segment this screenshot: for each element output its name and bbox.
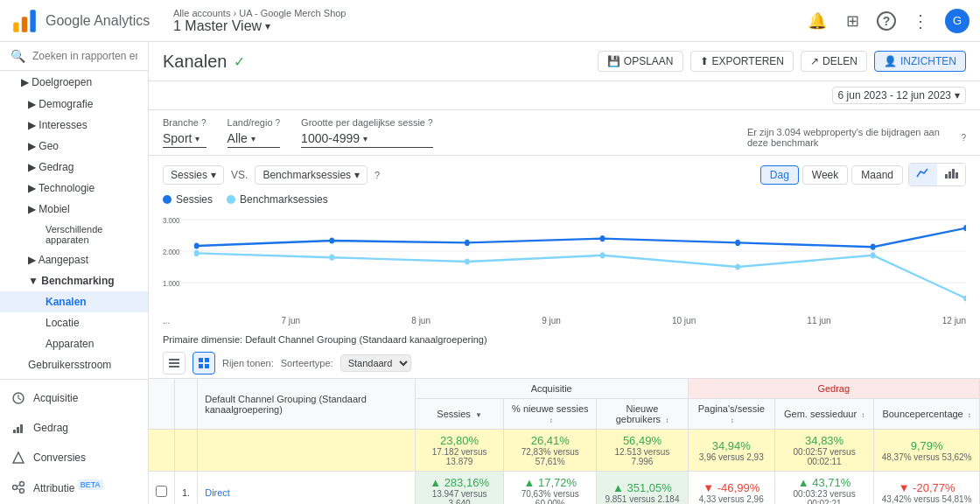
data-table: Default Channel Grouping (Standaard kana…	[149, 379, 980, 504]
date-range-selector[interactable]: 6 jun 2023 - 12 jun 2023 ▾	[832, 87, 966, 104]
more-options-icon[interactable]: ⋮	[910, 10, 931, 32]
grootte-label: Grootte per dagelijkse sessie ?	[301, 117, 432, 128]
land-help-icon[interactable]: ?	[276, 118, 281, 128]
sessies-header[interactable]: Sessies ▼	[415, 399, 503, 430]
app-title: Google Analytics	[46, 13, 150, 29]
insights-label: INZICHTEN	[900, 55, 956, 67]
bar-chart-button[interactable]	[937, 164, 965, 186]
summary-sessies-vs: 17.182 versus 13.879	[423, 447, 496, 466]
row-paginas: ▼ -46,99% 4,33 versus 2,96	[688, 472, 775, 505]
grootte-selector[interactable]: 1000-4999 ▾	[301, 131, 432, 148]
search-input[interactable]	[32, 50, 137, 62]
sidebar-item-locatie[interactable]: Locatie	[0, 312, 148, 333]
time-btn-dag[interactable]: Dag	[760, 165, 799, 185]
sidebar-item-interesses[interactable]: ▶ Interesses	[0, 115, 148, 136]
grootte-help-icon[interactable]: ?	[428, 118, 433, 128]
svg-point-27	[329, 237, 334, 243]
sidebar-item-gebruikersstroom[interactable]: Gebruikersstroom	[0, 354, 148, 375]
primary-dim-value: Default Channel Grouping (Standaard kana…	[245, 334, 486, 345]
summary-row: 23,80% 17.182 versus 13.879 26,41% 72,83…	[149, 430, 980, 472]
nieuwe-gebruikers-header[interactable]: Nieuwe gebruikers ↕	[597, 399, 688, 430]
legend-sessies: Sessies	[163, 193, 213, 206]
gedrag-group-header: Gedrag	[688, 379, 979, 399]
x-label-3: 9 jun	[542, 316, 561, 326]
paginas-header[interactable]: Pagina's/sessie ↕	[688, 399, 775, 430]
summary-paginas: 34,94% 3,96 versus 2,93	[688, 430, 775, 472]
search-icon: 🔍	[10, 49, 25, 63]
bounce-header[interactable]: Bouncepercentage ↕	[874, 399, 980, 430]
metric2-selector[interactable]: Benchmarksessies ▾	[255, 165, 368, 185]
share-button[interactable]: ↗ DELEN	[801, 51, 867, 72]
svg-rect-46	[205, 364, 209, 368]
sidebar-item-demografie[interactable]: ▶ Demografie	[0, 94, 148, 115]
help-icon[interactable]: ?	[877, 11, 896, 31]
sidebar-item-gedrag[interactable]: ▶ Gedrag	[0, 157, 148, 178]
sidebar-item-acquisitie[interactable]: Acquisitie	[0, 383, 148, 413]
nieuwe-sessies-header[interactable]: % nieuwe sessies ↕	[504, 399, 597, 430]
main-layout: 🔍 ▶ Doelgroepen ▶ Demografie ▶ Interesse…	[0, 42, 980, 504]
sidebar-divider	[0, 379, 148, 380]
num-header	[175, 379, 198, 430]
notifications-icon[interactable]: 🔔	[807, 10, 828, 32]
channel-link[interactable]: Direct	[205, 487, 230, 498]
insights-button[interactable]: 👤 INZICHTEN	[874, 51, 966, 72]
svg-rect-2	[30, 10, 35, 32]
time-btn-week[interactable]: Week	[802, 165, 848, 185]
gem-duur-label: Gem. sessieduur	[784, 409, 857, 419]
sidebar-item-benchmarking[interactable]: ▼ Benchmarking	[0, 270, 148, 291]
sessies-legend-dot	[163, 195, 172, 204]
master-view-selector[interactable]: 1 Master View ▾	[173, 18, 807, 34]
nieuwe-sessies-sort-icon: ↕	[550, 416, 553, 424]
sorteertype-select[interactable]: Standaard	[340, 354, 411, 372]
svg-rect-6	[20, 424, 23, 433]
page-header: Kanalen ✓ 💾 OPSLAAN ⬆ EXPORTEREN ↗ DELEN…	[149, 42, 980, 81]
list-view-button[interactable]	[163, 352, 186, 374]
sidebar-item-kanalen[interactable]: Kanalen	[0, 291, 148, 312]
save-icon: 💾	[607, 55, 620, 67]
gem-duur-header[interactable]: Gem. sessieduur ↕	[775, 399, 874, 430]
master-view-chevron-icon: ▾	[265, 20, 270, 32]
metric1-selector[interactable]: Sessies ▾	[163, 165, 224, 185]
grootte-filter: Grootte per dagelijkse sessie ? 1000-499…	[301, 117, 432, 148]
land-selector[interactable]: Alle ▾	[228, 131, 281, 148]
sidebar-item-conversies[interactable]: Conversies	[0, 443, 148, 472]
legend-benchmarksessies: Benchmarksessies	[227, 193, 328, 206]
sidebar-item-mobiel[interactable]: ▶ Mobiel	[0, 199, 148, 220]
vs-text: VS.	[231, 169, 248, 181]
benchmark-help-icon[interactable]: ?	[961, 133, 966, 143]
export-button[interactable]: ⬆ EXPORTEREN	[690, 51, 794, 72]
user-avatar[interactable]: G	[945, 9, 970, 33]
sidebar-item-verschillende-apparaten[interactable]: Verschillende apparaten	[0, 220, 148, 249]
land-label: Land/regio ?	[228, 117, 281, 128]
acquisitie-group-header: Acquisitie	[415, 379, 688, 399]
summary-gem-duur-value: 34,83%	[782, 434, 866, 447]
line-chart-button[interactable]	[909, 164, 937, 186]
svg-rect-19	[956, 172, 958, 178]
benchmark-legend-label: Benchmarksessies	[240, 193, 328, 206]
sidebar-item-attributie[interactable]: Attributie BETA	[0, 472, 148, 502]
metric-selects: Sessies ▾ VS. Benchmarksessies ▾ ?	[163, 165, 380, 185]
sidebar-item-technologie[interactable]: ▶ Technologie	[0, 178, 148, 199]
save-button[interactable]: 💾 OPSLAAN	[598, 51, 683, 72]
sidebar-item-doelgroepen[interactable]: ▶ Doelgroepen	[0, 71, 148, 94]
summary-paginas-vs: 3,96 versus 2,93	[696, 452, 768, 462]
summary-sessies-value: 23,80%	[423, 434, 496, 447]
grootte-chevron-icon: ▾	[363, 134, 368, 144]
apps-grid-icon[interactable]: ⊞	[842, 10, 863, 32]
svg-rect-40	[169, 359, 179, 360]
attributie-icon	[10, 480, 26, 495]
row-checkbox[interactable]	[156, 486, 167, 497]
sidebar-item-geo[interactable]: ▶ Geo	[0, 136, 148, 157]
svg-point-30	[735, 240, 740, 246]
branche-help-icon[interactable]: ?	[201, 118, 206, 128]
sidebar-item-aangepast[interactable]: ▶ Aangepast	[0, 249, 148, 270]
sidebar-item-gedrag-main[interactable]: Gedrag	[0, 413, 148, 443]
chart-controls: Sessies ▾ VS. Benchmarksessies ▾ ? Dag W…	[149, 156, 980, 193]
summary-nieuwe-sessies-value: 26,41%	[511, 434, 589, 447]
chart-help-icon[interactable]: ?	[374, 170, 380, 180]
branche-selector[interactable]: Sport ▾	[163, 131, 206, 148]
grid-view-button[interactable]	[192, 352, 215, 374]
time-btn-maand[interactable]: Maand	[851, 165, 903, 185]
sidebar-item-apparaten[interactable]: Apparaten	[0, 333, 148, 354]
land-chevron-icon: ▾	[251, 134, 256, 144]
